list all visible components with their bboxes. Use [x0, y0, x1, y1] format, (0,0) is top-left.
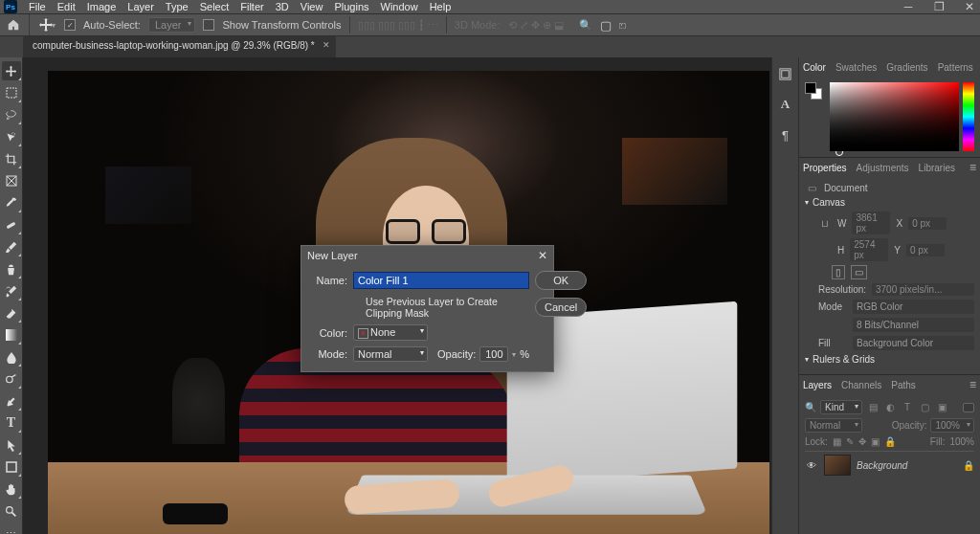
resolution-value[interactable]: 3700 pixels/in... — [872, 283, 974, 296]
menu-window[interactable]: Window — [381, 1, 418, 12]
menu-image[interactable]: Image — [87, 1, 117, 12]
filter-adjust-icon[interactable]: ◐ — [883, 401, 897, 414]
visibility-toggle-icon[interactable]: 👁 — [805, 460, 818, 471]
layer-thumbnail[interactable] — [824, 455, 851, 476]
filter-kind-dropdown[interactable]: Kind — [820, 400, 862, 414]
layer-name[interactable]: Background — [857, 460, 907, 471]
menu-layer[interactable]: Layer — [127, 1, 154, 12]
gradient-tool[interactable] — [2, 325, 21, 345]
panel-menu-icon[interactable]: ≡ — [969, 161, 976, 174]
y-value[interactable]: 0 px — [906, 244, 945, 256]
marquee-tool[interactable] — [2, 83, 21, 102]
layer-fill-value[interactable]: 100% — [949, 436, 974, 447]
color-tab[interactable]: Color — [803, 62, 826, 73]
gradients-tab[interactable]: Gradients — [886, 62, 927, 73]
menu-help[interactable]: Help — [430, 1, 452, 12]
clipping-mask-checkbox[interactable] — [353, 302, 362, 313]
home-icon[interactable] — [6, 17, 21, 33]
channels-tab[interactable]: Channels — [841, 380, 881, 390]
rulers-section-header[interactable]: ▾Rulers & Grids — [805, 354, 974, 365]
layer-row-background[interactable]: 👁 Background 🔒 — [805, 451, 974, 478]
height-value[interactable]: 2574 px — [850, 238, 888, 261]
filter-toggle[interactable] — [963, 403, 974, 412]
layer-lock-icon[interactable]: 🔒 — [963, 460, 974, 471]
menu-3d[interactable]: 3D — [276, 1, 289, 12]
link-wh-icon[interactable]: ⊔ — [818, 218, 832, 229]
menu-view[interactable]: View — [301, 1, 323, 12]
eraser-tool[interactable] — [2, 303, 21, 323]
paths-tab[interactable]: Paths — [891, 380, 916, 390]
healing-tool[interactable] — [2, 215, 21, 234]
canvas-area[interactable]: New Layer ✕ Name: OK Use Previous Layer … — [23, 57, 771, 534]
fg-bg-swatch[interactable] — [805, 82, 822, 100]
layer-opacity-value[interactable]: 100% — [930, 418, 974, 433]
color-mode-value[interactable]: RGB Color — [853, 300, 974, 314]
layers-tab[interactable]: Layers — [803, 380, 832, 390]
lock-all-icon[interactable]: 🔒 — [884, 436, 896, 447]
blur-tool[interactable] — [2, 347, 21, 367]
dodge-tool[interactable] — [2, 369, 21, 389]
menu-edit[interactable]: Edit — [57, 1, 76, 12]
color-field[interactable] — [830, 82, 959, 151]
clone-tool[interactable] — [2, 259, 21, 278]
lock-pixels-icon[interactable]: ✎ — [846, 436, 854, 447]
hand-tool[interactable] — [2, 479, 21, 499]
character-panel-icon[interactable]: A — [777, 96, 794, 113]
filter-smart-icon[interactable]: ▣ — [935, 401, 948, 414]
pen-tool[interactable] — [2, 391, 21, 411]
x-value[interactable]: 0 px — [908, 217, 947, 230]
libraries-tab[interactable]: Libraries — [919, 163, 955, 173]
menu-type[interactable]: Type — [166, 1, 189, 12]
filter-pixel-icon[interactable]: ▤ — [866, 401, 880, 414]
mode-dropdown[interactable]: Normal — [353, 346, 428, 362]
menu-plugins[interactable]: Plugins — [334, 1, 368, 12]
history-panel-icon[interactable] — [777, 65, 794, 82]
move-tool-icon[interactable]: ▾ — [37, 15, 56, 34]
ok-button[interactable]: OK — [535, 271, 587, 290]
cancel-button[interactable]: Cancel — [535, 298, 587, 317]
edit-toolbar-button[interactable]: ⋯ — [2, 523, 21, 534]
share-icon[interactable]: ⏍ — [619, 19, 626, 31]
filter-shape-icon[interactable]: ▢ — [918, 401, 931, 414]
crop-tool[interactable] — [2, 149, 21, 168]
lock-transparency-icon[interactable]: ▦ — [833, 436, 841, 447]
name-input[interactable] — [353, 272, 529, 289]
bit-depth-value[interactable]: 8 Bits/Channel — [853, 318, 974, 332]
quick-select-tool[interactable] — [2, 127, 21, 146]
menu-filter[interactable]: Filter — [240, 1, 263, 12]
document-tab[interactable]: computer-business-laptop-working-woman.j… — [23, 36, 336, 57]
show-transform-checkbox[interactable] — [203, 19, 214, 31]
canvas-section-header[interactable]: ▾Canvas — [805, 197, 974, 208]
window-restore-button[interactable]: ❐ — [932, 0, 946, 13]
fill-value[interactable]: Background Color — [853, 336, 974, 350]
blend-mode-dropdown[interactable]: Normal — [805, 418, 862, 433]
lock-position-icon[interactable]: ✥ — [858, 436, 866, 447]
properties-tab[interactable]: Properties — [803, 163, 847, 173]
menu-select[interactable]: Select — [200, 1, 230, 12]
filter-search-icon[interactable]: 🔍 — [805, 402, 816, 412]
paragraph-panel-icon[interactable]: ¶ — [777, 126, 794, 144]
zoom-tool[interactable] — [2, 501, 21, 521]
move-tool[interactable] — [2, 61, 21, 80]
width-value[interactable]: 3861 px — [852, 211, 890, 234]
frame-tool[interactable] — [2, 171, 21, 190]
path-select-tool[interactable] — [2, 435, 21, 455]
shape-tool[interactable] — [2, 457, 21, 477]
filter-type-icon[interactable]: T — [901, 401, 914, 414]
window-minimize-button[interactable]: ─ — [902, 0, 915, 13]
history-brush-tool[interactable] — [2, 281, 21, 300]
orientation-portrait-icon[interactable]: ▯ — [832, 265, 845, 279]
eyedropper-tool[interactable] — [2, 193, 21, 212]
opacity-input[interactable]: 100 — [479, 346, 508, 362]
lasso-tool[interactable] — [2, 105, 21, 124]
orientation-landscape-icon[interactable]: ▭ — [851, 265, 867, 279]
window-close-button[interactable]: ✕ — [963, 0, 976, 13]
opacity-stepper-icon[interactable]: ▾ — [512, 350, 516, 359]
search-icon[interactable]: 🔍 — [579, 19, 592, 32]
workspace-icon[interactable]: ▢ — [600, 18, 612, 33]
close-tab-icon[interactable]: ✕ — [323, 40, 330, 50]
adjustments-tab[interactable]: Adjustments — [857, 163, 909, 173]
brush-tool[interactable] — [2, 237, 21, 256]
swatches-tab[interactable]: Swatches — [835, 62, 877, 73]
hue-slider[interactable] — [963, 82, 974, 151]
